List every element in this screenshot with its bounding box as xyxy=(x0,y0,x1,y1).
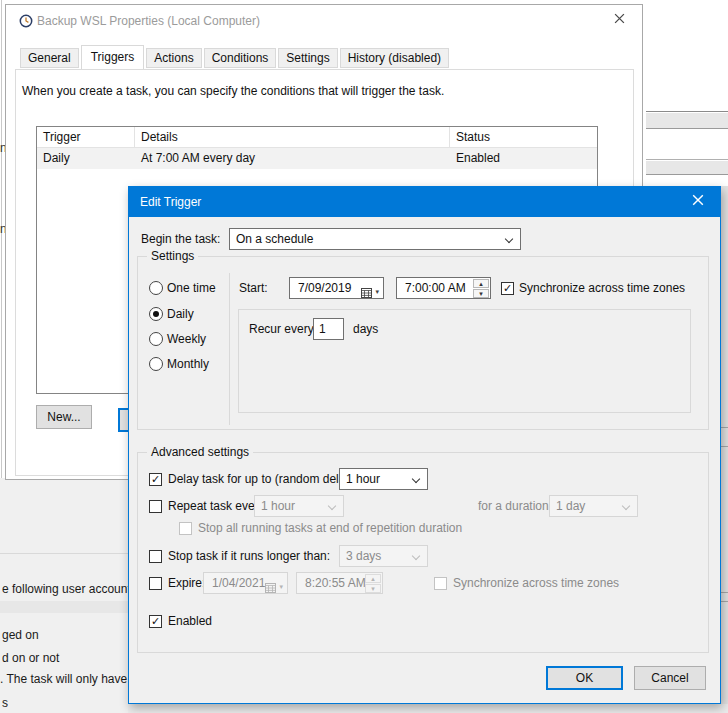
edit-trigger-dialog: Edit Trigger Begin the task: On a schedu… xyxy=(128,186,721,704)
screen: n n b e following user account ged on d … xyxy=(0,0,728,713)
calendar-icon[interactable] xyxy=(361,282,379,302)
trigger-table-row[interactable]: Daily At 7:00 AM every day Enabled xyxy=(37,148,597,169)
window-close-button[interactable] xyxy=(597,5,642,35)
status-cell: Enabled xyxy=(450,148,597,169)
tab-settings[interactable]: Settings xyxy=(278,48,337,68)
stop-if-longer-checkbox[interactable] xyxy=(149,550,162,563)
weekly-radio[interactable] xyxy=(149,332,163,346)
divider xyxy=(721,601,728,602)
expire-sync-checkbox xyxy=(434,577,447,590)
daily-radio[interactable] xyxy=(149,307,163,321)
triggers-description: When you create a task, you can specify … xyxy=(22,84,444,98)
tab-conditions[interactable]: Conditions xyxy=(204,48,277,68)
divider xyxy=(0,553,128,554)
tab-triggers[interactable]: Triggers xyxy=(81,45,145,69)
spinner-down-button xyxy=(365,584,381,593)
column-header-trigger[interactable]: Trigger xyxy=(37,127,135,147)
daily-label: Daily xyxy=(167,307,194,321)
spinner-down-button[interactable] xyxy=(473,289,489,298)
divider xyxy=(646,111,728,112)
recur-every-label: Recur every: xyxy=(249,318,317,340)
monthly-label: Monthly xyxy=(167,357,209,371)
background-text-fragment: d on or not xyxy=(2,651,59,665)
expire-checkbox[interactable] xyxy=(149,577,162,590)
column-header-status[interactable]: Status xyxy=(450,127,597,147)
trigger-cell: Daily xyxy=(37,148,135,169)
new-trigger-button[interactable]: New... xyxy=(36,405,92,429)
background-row xyxy=(646,113,728,129)
stop-all-tasks-label: Stop all running tasks at end of repetit… xyxy=(198,517,462,539)
expire-time-spinner: 8:20:55 AM xyxy=(296,572,383,594)
dialog-title-bar: Edit Trigger xyxy=(129,187,720,217)
start-time-spinner[interactable]: 7:00:00 AM xyxy=(396,277,491,299)
background-right-sliver xyxy=(721,186,728,704)
background-right-panel xyxy=(644,0,728,186)
cancel-button[interactable]: Cancel xyxy=(634,666,706,690)
recur-every-input[interactable] xyxy=(313,318,344,340)
background-window-edge xyxy=(1,0,2,553)
start-date-picker[interactable]: 7/09/2019 xyxy=(289,277,384,299)
background-highlight-band xyxy=(0,601,128,613)
chevron-down-icon xyxy=(505,235,513,243)
start-label: Start: xyxy=(239,277,268,299)
monthly-radio[interactable] xyxy=(149,357,163,371)
task-scheduler-clock-icon xyxy=(19,14,33,28)
spinner-up-button xyxy=(365,574,381,583)
repeat-duration-select: 1 day xyxy=(549,495,638,517)
delay-duration-value: 1 hour xyxy=(346,472,380,486)
spinner xyxy=(365,574,381,594)
delay-checkbox[interactable] xyxy=(149,473,162,486)
settings-divider xyxy=(229,273,230,425)
trigger-table-header: Trigger Details Status xyxy=(37,127,597,148)
calendar-icon xyxy=(265,577,283,597)
window-title: Backup WSL Properties (Local Computer) xyxy=(37,14,260,28)
advanced-settings-label: Advanced settings xyxy=(147,445,253,459)
recur-unit-label: days xyxy=(353,318,378,340)
begin-task-value: On a schedule xyxy=(236,232,313,246)
background-text-fragment: . The task will only have xyxy=(0,672,127,686)
start-time-value: 7:00:00 AM xyxy=(405,281,466,295)
dropdown-caret-icon xyxy=(375,282,379,302)
enabled-checkbox[interactable] xyxy=(149,615,162,628)
chevron-down-icon xyxy=(412,475,420,483)
divider xyxy=(721,446,728,447)
spinner-up-button[interactable] xyxy=(473,279,489,288)
chevron-down-icon xyxy=(328,502,336,510)
tab-history[interactable]: History (disabled) xyxy=(340,48,449,68)
expire-label: Expire: xyxy=(168,572,205,594)
background-text-fragment: s xyxy=(2,696,8,710)
background-text-fragment: e following user account xyxy=(2,582,131,596)
stop-duration-value: 3 days xyxy=(346,549,381,563)
delay-duration-select[interactable]: 1 hour xyxy=(339,468,428,490)
expire-sync-label: Synchronize across time zones xyxy=(453,572,619,594)
tab-general[interactable]: General xyxy=(20,48,79,68)
close-icon xyxy=(614,13,625,27)
settings-group-label: Settings xyxy=(147,249,198,263)
ok-button[interactable]: OK xyxy=(546,666,623,690)
background-row xyxy=(646,161,728,175)
repeat-interval-value: 1 hour xyxy=(261,499,295,513)
delay-label: Delay task for up to (random delay): xyxy=(168,468,359,490)
expire-date-picker: 1/04/2021 xyxy=(203,572,288,594)
stop-all-tasks-checkbox xyxy=(179,522,192,535)
stop-duration-select: 3 days xyxy=(339,545,428,567)
repeat-duration-value: 1 day xyxy=(556,499,585,513)
expire-date-value: 1/04/2021 xyxy=(212,576,265,590)
dialog-close-button[interactable] xyxy=(675,187,720,216)
chevron-down-icon xyxy=(622,502,630,510)
spinner xyxy=(473,279,489,299)
start-date-value: 7/09/2019 xyxy=(298,281,351,295)
one-time-radio[interactable] xyxy=(149,281,163,295)
begin-task-select[interactable]: On a schedule xyxy=(229,228,521,250)
background-left-panel: e following user account ged on d on or … xyxy=(0,478,128,713)
column-header-details[interactable]: Details xyxy=(135,127,450,147)
enabled-label: Enabled xyxy=(168,610,212,632)
chevron-down-icon xyxy=(412,552,420,560)
expire-time-value: 8:20:55 AM xyxy=(305,576,366,590)
repeat-checkbox[interactable] xyxy=(149,500,162,513)
one-time-label: One time xyxy=(167,281,216,295)
close-icon xyxy=(692,194,704,209)
sync-timezones-checkbox[interactable] xyxy=(501,282,514,295)
tab-actions[interactable]: Actions xyxy=(146,48,201,68)
repeat-interval-select: 1 hour xyxy=(254,495,344,517)
